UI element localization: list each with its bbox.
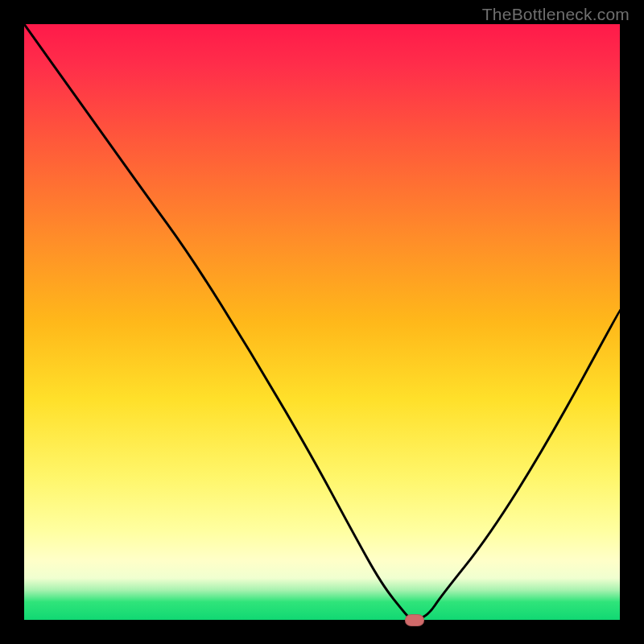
plot-area [24,24,620,620]
bottleneck-curve-path [24,24,620,620]
optimal-point-marker [405,614,424,626]
curve-svg [24,24,620,620]
chart-frame: TheBottleneck.com [0,0,644,644]
watermark-text: TheBottleneck.com [482,5,630,24]
